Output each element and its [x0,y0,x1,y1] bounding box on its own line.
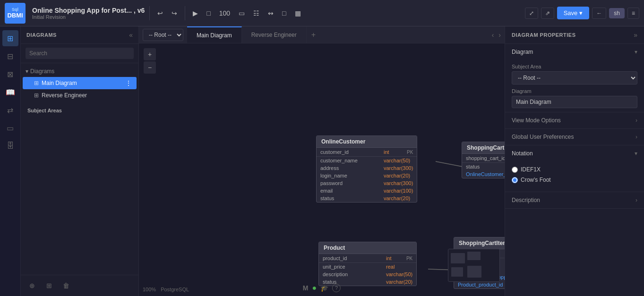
undo-button[interactable]: ↩ [155,8,166,19]
global-user-preferences-row[interactable]: Global User Preferences › [505,129,644,145]
entity-shopping-cart-item-title: ShoppingCartItem [459,240,505,246]
view-mode-options-arrow: › [635,117,637,124]
idef1x-radio-row: IDEF1X [512,166,637,173]
table-row: customer_name varchar(50) [317,157,417,164]
tab-reverse-engineer[interactable]: Reverse Engineer [242,26,307,43]
tab-add-button[interactable]: + [307,31,320,39]
diagrams-section-header[interactable]: ▾ Diagrams [21,66,138,76]
notation-section-header[interactable]: Notation ▾ [505,145,644,161]
save-label: Save [564,9,578,17]
grid-button[interactable]: ☷ [250,8,262,19]
rail-relations-button[interactable]: ⇄ [2,102,18,118]
entity-online-customer[interactable]: OnlineCustomer customer_id int PK custom… [316,135,417,203]
pk-col-name: shopping_cart_id [466,155,505,161]
right-panel: DIAGRAM PROPERTIES » Diagram ▾ Subject A… [505,26,644,296]
zoom-in-button[interactable]: + [144,48,156,60]
sidebar-grid-button[interactable]: ⊞ [43,279,56,292]
zoom-out-button[interactable]: − [144,61,156,74]
topbar: Sql DBMI Online Shopping App for Post...… [0,0,644,26]
sidebar-item-main-diagram[interactable]: ⊞ Main Diagram ⋮ [23,77,137,89]
rail-tables-button[interactable]: ⊟ [2,48,18,64]
global-user-preferences-arrow: › [635,134,637,140]
crows-foot-radio[interactable] [512,177,518,183]
table-row: OnlineCustomer_customer_id int FK [462,170,505,178]
help-icon[interactable]: ? [332,284,341,292]
rail-views-button[interactable]: ⊠ [2,66,18,82]
diagram-label: Diagram [512,88,637,94]
table-row: description varchar(50) [319,271,416,278]
svg-rect-9 [451,267,463,277]
diagrams-section-label: Diagrams [30,68,54,75]
pk-badge: PK [407,150,413,155]
diagram-name-input[interactable] [512,96,637,108]
svg-rect-7 [451,253,465,263]
save-dropdown-icon: ▾ [579,9,583,17]
sidebar-item-reverse-engineer-label: Reverse Engineer [42,92,132,99]
notation-section: Notation ▾ IDEF1X Crow's Foot [505,145,644,192]
preview-button[interactable]: ▭ [236,8,248,19]
logo-top-text: Sql [12,7,18,12]
sidebar-item-reverse-engineer[interactable]: ⊞ Reverse Engineer [23,90,137,101]
notation-content: IDEF1X Crow's Foot [505,161,644,192]
canvas[interactable]: ⌒ ✦ OnlineCustomer customer_id int PK cu… [139,43,505,296]
pk-col-type: int [386,255,392,261]
rail-db-button[interactable]: 🗄 [2,138,18,154]
right-panel-collapse-button[interactable]: » [634,31,637,39]
subject-area-select[interactable]: -- Root -- [512,71,637,85]
root-selector[interactable]: -- Root -- [143,29,183,41]
sidebar: DIAGRAMS « ▾ Diagrams ⊞ Main Diagram ⋮ ⊞… [21,26,139,296]
more-options-button[interactable]: ≡ [627,8,639,19]
layout-button[interactable]: ↭ [265,8,276,19]
sidebar-bottom: ⊕ ⊞ 🗑 [21,275,138,296]
entity-product-title: Product [324,245,345,251]
share-button[interactable]: ⇗ [541,8,554,19]
rail-book-button[interactable]: 📖 [2,84,18,100]
entity-shopping-cart-header: ShoppingCart [462,142,505,154]
green-dot-icon: ● [312,284,317,292]
rail-layers-button[interactable]: ▭ [2,120,18,136]
back-button[interactable]: ← [592,8,606,19]
canvas-controls: + − [144,48,156,74]
table-row: email varchar(100) [317,187,417,195]
counter-button[interactable]: 100 [216,8,233,19]
entity-shopping-cart-title: ShoppingCart [467,144,504,151]
rail-diagrams-button[interactable]: ⊞ [2,30,18,46]
arrange-button[interactable]: ▦ [292,8,304,19]
redo-button[interactable]: ↪ [169,8,180,19]
pointer-tool-button[interactable]: ▶ [190,8,201,19]
sidebar-collapse-button[interactable]: « [129,31,133,39]
idef1x-radio[interactable] [512,167,518,173]
tab-main-diagram-label: Main Diagram [197,32,232,39]
diagram-section-header[interactable]: Diagram ▾ [505,44,644,60]
sidebar-header: DIAGRAMS « [21,26,138,44]
view-mode-options-label: View Mode Options [512,117,561,124]
table-row: address varchar(300) [317,164,417,172]
entity-online-customer-header: OnlineCustomer [317,136,417,148]
diagrams-section: ▾ Diagrams ⊞ Main Diagram ⋮ ⊞ Reverse En… [21,63,138,104]
app-logo[interactable]: Sql DBMI [5,3,26,24]
entity-shopping-cart[interactable]: ShoppingCart shopping_cart_id int PK sta… [462,142,505,178]
tab-prev-button[interactable]: ‹ [490,30,496,40]
minimap-svg [448,249,499,281]
description-row[interactable]: Description › [505,192,644,209]
entity-shopping-cart-pk: shopping_cart_id int PK [462,154,505,163]
table-row: status varchar(20) [462,163,505,170]
eraser-button[interactable]: □ [279,8,289,19]
global-user-preferences-label: Global User Preferences [512,134,574,140]
view-mode-options-row[interactable]: View Mode Options › [505,112,644,129]
tab-next-button[interactable]: › [497,30,503,40]
rect-select-button[interactable]: □ [204,8,213,19]
sidebar-add-button[interactable]: ⊕ [26,279,39,292]
entity-product-header: Product [319,242,416,254]
search-input[interactable] [26,48,134,59]
fullscreen-button[interactable]: ⤢ [525,8,538,19]
entity-product[interactable]: Product product_id int PK unit_price rea… [318,242,417,286]
tab-main-diagram[interactable]: Main Diagram [187,26,242,43]
sidebar-delete-button[interactable]: 🗑 [60,279,73,292]
save-button[interactable]: Save ▾ [557,7,590,19]
diagram-properties-section: Diagram ▾ Subject Area -- Root -- Diagra… [505,44,644,112]
crows-foot-label: Crow's Foot [521,177,551,183]
sidebar-item-menu-icon[interactable]: ⋮ [125,79,132,87]
sidebar-search-area [21,44,138,63]
user-button[interactable]: sh [609,8,625,18]
